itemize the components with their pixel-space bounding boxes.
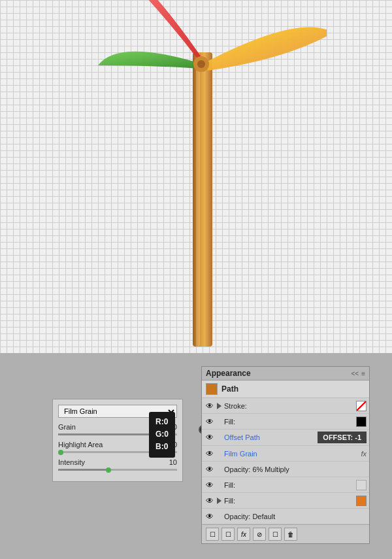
grain-label: Grain: [58, 423, 110, 431]
appearance-controls: << ≡: [351, 370, 365, 377]
appearance-header: Appearance << ≡: [202, 367, 369, 381]
fill-label: Fill:: [224, 418, 353, 426]
visibility-eye-offset[interactable]: 👁: [204, 432, 215, 443]
svg-point-3: [197, 60, 205, 68]
delete-btn[interactable]: 🗑: [284, 528, 297, 541]
visibility-eye-opacity[interactable]: 👁: [204, 464, 215, 475]
fx-btn[interactable]: fx: [237, 528, 250, 541]
menu-btn[interactable]: ≡: [361, 370, 365, 377]
appearance-title: Appearance: [206, 369, 251, 378]
offset-tooltip: OFFSET: -1: [318, 432, 367, 443]
stroke-row[interactable]: 👁 Stroke:: [202, 398, 369, 414]
offset-path-row[interactable]: 👁 Offset Path OFFSET: -1: [202, 430, 369, 446]
highlight-label: Highlight Area: [58, 441, 110, 449]
r-value: 0: [164, 417, 169, 426]
duplicate-btn[interactable]: ☐: [269, 528, 282, 541]
svg-rect-1: [196, 52, 200, 347]
r-label: R: [155, 417, 161, 426]
visibility-eye-fill-light[interactable]: 👁: [204, 480, 215, 490]
svg-rect-0: [193, 52, 212, 347]
path-label: Path: [221, 384, 238, 394]
appearance-panel: Appearance << ≡ Path 👁 Stroke: 👁: [201, 366, 370, 544]
b-label: B: [155, 442, 161, 451]
intensity-value: 10: [157, 458, 177, 466]
bottom-panel: Film GrainFilm Grain Grain 20 Highlight …: [0, 353, 392, 559]
g-label: G: [155, 430, 161, 439]
add-new-stroke-btn[interactable]: ☐: [206, 528, 219, 541]
opacity-default-row[interactable]: 👁 Opacity: Default: [202, 509, 369, 524]
canvas-area: [0, 0, 392, 353]
intensity-slider[interactable]: [58, 469, 177, 471]
stroke-swatch[interactable]: [356, 401, 367, 411]
fill-swatch-black[interactable]: [356, 416, 367, 427]
b-value: 0: [164, 442, 169, 451]
fill-light-label: Fill:: [224, 481, 353, 489]
fx-badge: fx: [361, 450, 367, 458]
pinwheel-illustration: [78, 0, 327, 353]
fill-light-row[interactable]: 👁 Fill:: [202, 477, 369, 493]
path-icon: [206, 383, 218, 395]
intensity-label: Intensity: [58, 458, 110, 466]
appearance-toolbar: ☐ ☐ fx ⊘ ☐ 🗑: [202, 524, 369, 543]
visibility-eye-film[interactable]: 👁: [204, 449, 215, 459]
add-new-fill-btn[interactable]: ☐: [221, 528, 235, 541]
visibility-eye-fill-orange[interactable]: 👁: [204, 496, 215, 506]
visibility-eye-stroke[interactable]: 👁: [204, 401, 215, 411]
rgb-tooltip: R:0 G:0 B:0: [149, 412, 175, 458]
g-value: 0: [164, 430, 169, 439]
opacity-row[interactable]: 👁 Opacity: 6% Multiply: [202, 462, 369, 477]
clear-btn[interactable]: ⊘: [253, 528, 266, 541]
offset-path-link[interactable]: Offset Path: [224, 433, 314, 441]
visibility-eye-opacity-default[interactable]: 👁: [204, 511, 215, 522]
path-row: Path: [202, 381, 369, 398]
fill-orange-label: Fill:: [224, 497, 353, 505]
fill-swatch-orange[interactable]: [356, 496, 367, 506]
collapse-btn[interactable]: <<: [351, 370, 359, 377]
expand-triangle-fill-orange[interactable]: [217, 498, 221, 504]
film-grain-row[interactable]: 👁 Film Grain fx: [202, 446, 369, 462]
fill-row[interactable]: 👁 Fill:: [202, 414, 369, 430]
fill-orange-row[interactable]: 👁 Fill:: [202, 493, 369, 509]
stroke-label: Stroke:: [224, 402, 353, 410]
film-grain-link[interactable]: Film Grain: [224, 450, 358, 458]
opacity-default-label: Opacity: Default: [224, 513, 367, 520]
expand-triangle-stroke[interactable]: [217, 403, 221, 409]
opacity-label: Opacity: 6% Multiply: [224, 466, 367, 473]
fill-swatch-light[interactable]: [356, 480, 367, 490]
visibility-eye-fill[interactable]: 👁: [204, 416, 215, 427]
